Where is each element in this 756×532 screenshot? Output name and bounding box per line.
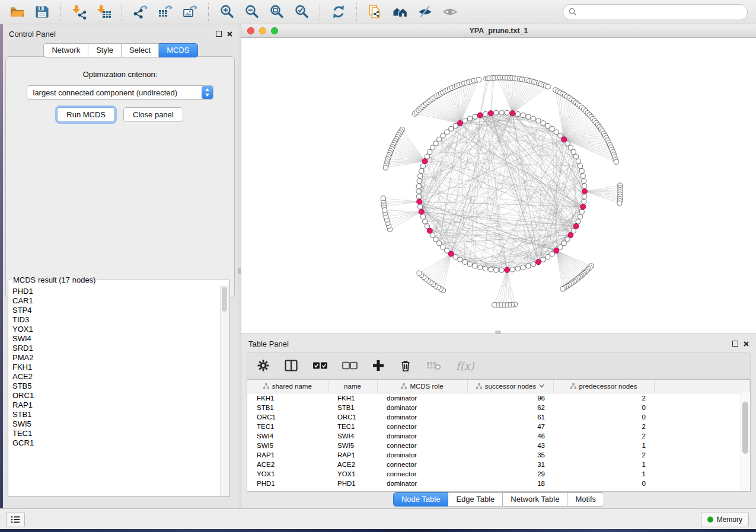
network-node[interactable] (433, 141, 438, 146)
network-node[interactable] (576, 159, 580, 164)
network-node[interactable] (510, 267, 515, 272)
network-node[interactable] (430, 145, 435, 150)
dominator-node[interactable] (562, 137, 567, 142)
network-node[interactable] (568, 145, 573, 150)
close-panel-icon[interactable] (227, 31, 232, 37)
dominator-node[interactable] (488, 111, 493, 116)
tab-style[interactable]: Style (88, 43, 122, 57)
float-window-icon[interactable] (732, 341, 738, 347)
save-session-button[interactable] (31, 2, 53, 22)
network-node[interactable] (494, 110, 499, 115)
network-node[interactable] (419, 168, 424, 173)
network-node[interactable] (437, 241, 442, 246)
network-node[interactable] (515, 111, 520, 116)
mcds-result-item[interactable]: STB5 (12, 382, 219, 391)
network-node[interactable] (526, 114, 531, 119)
satellite-node[interactable] (381, 196, 385, 201)
new-network-from-selection-button[interactable] (364, 2, 387, 22)
mcds-result-item[interactable]: CAR1 (12, 296, 219, 306)
dominator-node[interactable] (417, 199, 422, 204)
satellite-node[interactable] (417, 271, 422, 275)
network-node[interactable] (418, 174, 423, 178)
column-header-predecessor-nodes[interactable]: predecessor nodes (553, 380, 654, 393)
network-node[interactable] (437, 137, 442, 142)
float-window-icon[interactable] (216, 31, 222, 37)
search-box[interactable] (563, 4, 748, 20)
column-header-shared-name[interactable]: shared name (247, 380, 328, 393)
mcds-scrollbar[interactable] (220, 285, 229, 496)
network-node[interactable] (579, 209, 584, 214)
network-node[interactable] (483, 266, 488, 271)
network-node[interactable] (478, 265, 483, 270)
table-row[interactable]: SWI5SWI5connector431 (247, 441, 750, 450)
table-row[interactable]: ACE2ACE2connector311 (247, 460, 750, 469)
network-node[interactable] (554, 130, 559, 134)
network-node[interactable] (582, 194, 587, 199)
table-row[interactable]: RAP1RAP1dominator352 (247, 450, 750, 460)
dominator-node[interactable] (580, 204, 586, 209)
export-table-button[interactable] (154, 2, 177, 22)
network-node[interactable] (582, 199, 586, 204)
memory-button[interactable]: Memory (701, 512, 749, 527)
satellite-node[interactable] (383, 165, 388, 170)
dominator-node[interactable] (535, 259, 541, 265)
mcds-result-item[interactable]: RAP1 (12, 400, 219, 410)
tab-network-table[interactable]: Network Table (503, 492, 567, 507)
search-input[interactable] (580, 7, 742, 17)
network-node[interactable] (467, 116, 472, 121)
tab-motifs[interactable]: Motifs (567, 492, 604, 507)
zoom-in-button[interactable] (216, 2, 238, 22)
network-node[interactable] (499, 110, 504, 115)
network-node[interactable] (425, 154, 429, 159)
tab-select[interactable]: Select (122, 43, 159, 57)
network-node[interactable] (425, 224, 429, 229)
network-node[interactable] (531, 262, 535, 267)
table-scrollbar[interactable] (741, 392, 750, 491)
network-node[interactable] (546, 123, 550, 128)
network-node[interactable] (526, 264, 531, 268)
network-node[interactable] (521, 113, 525, 117)
network-node[interactable] (515, 266, 520, 271)
column-header-name[interactable]: name (328, 380, 377, 393)
network-node[interactable] (505, 110, 509, 115)
dominator-node[interactable] (505, 267, 510, 273)
network-canvas[interactable] (241, 38, 756, 334)
import-table-button[interactable] (92, 2, 115, 22)
network-node[interactable] (420, 214, 425, 219)
task-history-button[interactable] (6, 512, 25, 527)
network-node[interactable] (521, 265, 525, 270)
maximize-window-icon[interactable] (271, 27, 278, 34)
dominator-node[interactable] (510, 111, 515, 116)
hide-panels-button[interactable] (414, 2, 436, 22)
network-node[interactable] (462, 259, 467, 264)
satellite-node[interactable] (546, 84, 550, 89)
apply-layout-button[interactable] (327, 2, 350, 22)
satellite-node[interactable] (617, 201, 622, 206)
close-panel-icon[interactable] (744, 341, 749, 347)
mcds-result-item[interactable]: ORC1 (12, 391, 219, 400)
network-node[interactable] (418, 204, 423, 209)
dominator-node[interactable] (448, 251, 454, 257)
network-node[interactable] (541, 257, 546, 262)
tab-edge-table[interactable]: Edge Table (448, 492, 503, 507)
table-row[interactable]: TEC1TEC1connector472 (247, 422, 750, 431)
mcds-result-item[interactable]: SWI4 (12, 334, 219, 344)
run-mcds-button[interactable]: Run MCDS (57, 107, 115, 122)
network-node[interactable] (441, 133, 445, 138)
satellite-node[interactable] (560, 286, 565, 291)
dominator-node[interactable] (568, 232, 573, 238)
network-node[interactable] (483, 111, 488, 116)
network-node[interactable] (578, 164, 582, 168)
network-node[interactable] (582, 184, 587, 188)
network-node[interactable] (467, 262, 472, 267)
network-node[interactable] (579, 168, 584, 173)
network-node[interactable] (420, 164, 425, 168)
mcds-result-item[interactable]: TID3 (12, 315, 219, 325)
network-node[interactable] (550, 126, 554, 131)
export-network-button[interactable] (129, 2, 152, 22)
dominator-node[interactable] (422, 159, 428, 164)
table-settings-button[interactable] (257, 359, 270, 372)
dominator-node[interactable] (458, 120, 463, 126)
network-node[interactable] (458, 257, 462, 262)
network-node[interactable] (580, 174, 585, 178)
